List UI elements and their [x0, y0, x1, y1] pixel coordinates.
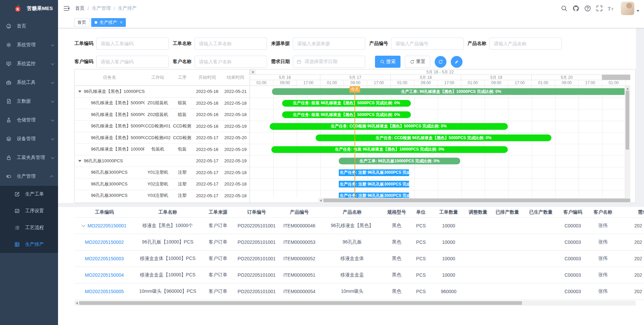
- gantt-bar[interactable]: 生产任务: 组装 96孔移液盒【黑色】5000PCS 完成比例: 0%: [282, 111, 411, 118]
- sidebar-subitem-工艺流程[interactable]: 工艺流程: [0, 219, 58, 236]
- filter-input-产品编号[interactable]: [391, 38, 464, 50]
- gantt-hscroll-thumb[interactable]: [323, 199, 630, 202]
- gantt-bar[interactable]: 生产任务: 组装 96孔移液盒【黑色】5000PCS 完成比例: 0%: [282, 100, 411, 107]
- tab-close-icon[interactable]: ×: [120, 20, 122, 24]
- gantt-bar[interactable]: 生产任务: 注塑 96孔孔板3000PCS 完成比例: 0%: [339, 181, 409, 187]
- gantt-task-row[interactable]: 96孔移液盒【黑色】10000PCS 2022-05-16 2022-05-21: [75, 86, 250, 98]
- svg-text:T: T: [608, 6, 611, 11]
- collapse-triangle-icon[interactable]: [78, 160, 82, 162]
- refresh-schedule-button[interactable]: [435, 56, 446, 68]
- chevron-down-icon: [51, 62, 54, 65]
- gantt-task-row[interactable]: 96孔孔板3000PCS Y02注塑机 注塑 2022-05-17 2022-0…: [75, 178, 250, 190]
- filter-input-产品名称[interactable]: [489, 38, 562, 50]
- collapse-triangle-icon[interactable]: [78, 91, 82, 93]
- gantt-task-row[interactable]: 96孔孔板3000PCS Y03注塑机 注塑 2022-05-17 2022-0…: [75, 190, 250, 198]
- sidebar-subitem-生产排产[interactable]: 生产排产: [0, 236, 58, 253]
- app-title: 苦糖果MES: [27, 5, 53, 12]
- breadcrumb-separator: /: [114, 6, 115, 11]
- gantt-task-row[interactable]: 96孔孔板10000PCS 2022-05-17 2022-05-19: [75, 155, 250, 167]
- filter-input-工单名称[interactable]: [195, 38, 267, 50]
- sidebar: K 苦糖果MES 首页系统管理系统监控系统工具主数据仓储管理设备管理工装夹具管理…: [0, 0, 58, 325]
- tab-生产排产[interactable]: 生产排产×: [91, 18, 126, 27]
- edit-schedule-button[interactable]: [451, 56, 463, 68]
- fontsize-icon[interactable]: TT: [608, 5, 614, 12]
- filter-input-工单编码[interactable]: [96, 38, 169, 50]
- sidebar-item-label: 首页: [17, 23, 53, 29]
- avatar-caret-icon[interactable]: [637, 10, 639, 12]
- table-row[interactable]: MO20220515000510mm吸头【960000】PCS客户订单PO202…: [74, 283, 644, 300]
- work-order-link[interactable]: MO202205150002: [85, 239, 124, 245]
- hamburger-icon[interactable]: [63, 6, 69, 11]
- gantt-gridline: [579, 86, 579, 198]
- sidebar-item-系统监控[interactable]: 系统监控: [0, 54, 58, 73]
- sidebar-item-主数据[interactable]: 主数据: [0, 92, 58, 111]
- table-row[interactable]: MO20220515000296孔孔板【10000】PCS客户订单PO20220…: [74, 234, 644, 251]
- gantt-vscroll-thumb[interactable]: [626, 91, 629, 150]
- row-expand-icon[interactable]: [82, 223, 85, 227]
- filter-input-客户编码[interactable]: [96, 56, 169, 68]
- gantt-task-row[interactable]: 96孔移液盒【黑色】5000PCS CCD检测#02 CCD检测 2022-05…: [75, 132, 250, 144]
- search-icon[interactable]: [561, 5, 568, 12]
- gantt-bar[interactable]: 生产任务: 包装 96孔移液盒【黑色】10000PCS 完成比例: 0%: [271, 146, 508, 153]
- sidebar-item-系统管理[interactable]: 系统管理: [0, 36, 58, 54]
- table-cell: C00003: [558, 239, 587, 245]
- reset-button[interactable]: 重置: [405, 56, 430, 68]
- sidebar-subitem-生产工单[interactable]: 生产工单: [0, 186, 58, 203]
- table-row[interactable]: MO202205150004移液盒盒盖【10000】PCS客户订单PO20220…: [74, 267, 644, 283]
- filter-input-来源单据[interactable]: [293, 38, 365, 50]
- table-row[interactable]: MO202205150003移液盒盒体【10000】PCS客户订单PO20220…: [74, 251, 644, 267]
- gantt-task-row[interactable]: 96孔移液盒【黑色】5000PCS CCD检测#01 CCD检测 2022-05…: [75, 121, 250, 132]
- scroll-down-arrow[interactable]: [252, 71, 254, 73]
- search-button[interactable]: 搜索: [375, 56, 400, 68]
- gantt-task-row[interactable]: 96孔移液盒【黑色】5000PCS Z02组装机 组装 2022-05-16 2…: [75, 109, 250, 121]
- work-order-link[interactable]: MO202205150003: [85, 256, 124, 261]
- gantt-bar[interactable]: 生产任务: CCD检测 96孔移液盒【黑色】5000PCS 完成比例: 0%: [270, 123, 508, 130]
- filter-label: 产品名称: [468, 41, 489, 47]
- gantt-task-row[interactable]: 96孔移液盒【黑色】10000PCS 包装机 包装 2022-05-16 202…: [75, 144, 250, 156]
- work-order-link[interactable]: MO202205150005: [85, 289, 124, 294]
- sidebar-item-生产管理[interactable]: 生产管理: [0, 167, 58, 186]
- table-horizontal-scrollbar[interactable]: [74, 301, 636, 306]
- gantt-horizontal-scrollbar[interactable]: [318, 198, 630, 203]
- app-logo[interactable]: K 苦糖果MES: [0, 0, 58, 17]
- table-header-规格型号: 规格型号: [384, 209, 409, 215]
- scroll-left-arrow[interactable]: [76, 302, 78, 305]
- gantt-bar[interactable]: 生产任务: 注塑 96孔孔板3000PCS 完成比例: 0%: [339, 169, 409, 176]
- sidebar-item-工装夹具管理[interactable]: 工装夹具管理: [0, 148, 58, 167]
- gantt-vertical-scrollbar[interactable]: [625, 86, 630, 198]
- demand-date-input[interactable]: 请选择需求日期: [293, 56, 365, 68]
- fullscreen-icon[interactable]: [596, 5, 603, 12]
- gantt-bar[interactable]: 生产工单: 96孔移液盒【黑色】10000PCS 完成比例: 0%: [272, 88, 630, 95]
- sidebar-item-首页[interactable]: 首页: [0, 17, 58, 36]
- gantt-rowline: [250, 121, 630, 121]
- filter-input-客户名称[interactable]: [195, 56, 267, 68]
- breadcrumb-item[interactable]: 首页: [75, 5, 85, 11]
- gantt-task-row[interactable]: 96孔孔板3000PCS Y01注塑机 注塑 2022-05-17 2022-0…: [75, 167, 250, 179]
- table-hscroll-thumb[interactable]: [79, 301, 522, 305]
- tab-首页[interactable]: 首页: [74, 18, 90, 27]
- gantt-bar[interactable]: 生产任务: CCD检测 96孔移液盒【黑色】5000PCS 完成比例: 0%: [316, 134, 551, 141]
- github-icon[interactable]: [573, 5, 579, 12]
- scroll-up-arrow[interactable]: [626, 88, 629, 90]
- gantt-rowline: [250, 190, 630, 191]
- help-icon[interactable]: [584, 5, 591, 12]
- table-header-已生产数量: 已生产数量: [523, 209, 558, 215]
- gantt-bar[interactable]: 生产工单: 96孔孔板10000PCS 完成比例: 0%: [339, 158, 460, 164]
- gantt-task-row[interactable]: 96孔移液盒【黑色】5000PCS Z01组装机 组装 2022-05-16 2…: [75, 98, 250, 109]
- sidebar-item-仓储管理[interactable]: 仓储管理: [0, 111, 58, 129]
- user-avatar[interactable]: [621, 2, 634, 15]
- sidebar-subitem-工序设置[interactable]: 工序设置: [0, 203, 58, 219]
- work-order-link[interactable]: MO202205150004: [85, 272, 124, 278]
- table-cell: 移液盒盒体: [320, 256, 384, 262]
- breadcrumb-item[interactable]: 生产管理: [92, 5, 111, 11]
- sidebar-item-系统工具[interactable]: 系统工具: [0, 73, 58, 92]
- gantt-grid-header-cell: 工作站: [145, 74, 171, 80]
- active-tab-dot: [95, 21, 97, 24]
- work-order-link[interactable]: MO202205150001: [88, 223, 126, 228]
- gantt-hour-cell: 01:00: [391, 80, 414, 86]
- gantt-bar[interactable]: 生产任务: 注塑 96孔孔板3000PCS 完成比例: 0%: [339, 193, 409, 198]
- table-header-已排产数量: 已排产数量: [491, 209, 523, 215]
- table-row[interactable]: MO202205150001移液盒【黑色】10000个客户订单PO2022051…: [74, 218, 644, 234]
- sidebar-item-设备管理[interactable]: 设备管理: [0, 129, 58, 148]
- scroll-left-arrow[interactable]: [320, 199, 322, 202]
